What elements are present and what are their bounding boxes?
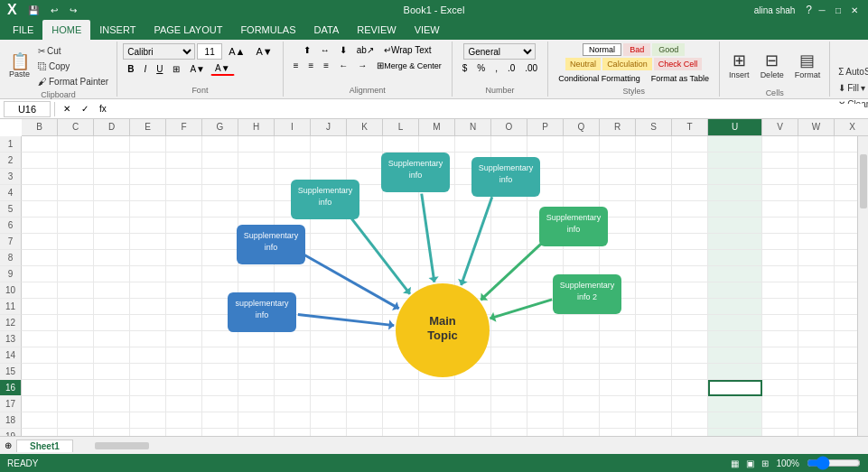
grid-cell[interactable] bbox=[166, 250, 202, 266]
grid-cell[interactable] bbox=[636, 185, 672, 201]
grid-cell[interactable] bbox=[672, 217, 708, 234]
grid-cell[interactable] bbox=[275, 234, 311, 250]
row-number[interactable]: 10 bbox=[0, 282, 22, 299]
grid-cell[interactable] bbox=[22, 266, 58, 282]
grid-cell[interactable] bbox=[238, 315, 275, 331]
grid-cell[interactable] bbox=[835, 412, 857, 429]
grid-cell[interactable] bbox=[708, 364, 762, 380]
grid-cell[interactable] bbox=[383, 217, 419, 234]
align-bottom-button[interactable]: ⬇ bbox=[335, 43, 351, 57]
grid-cell[interactable] bbox=[491, 315, 527, 331]
grid-cell[interactable] bbox=[94, 266, 130, 282]
grid-cell[interactable] bbox=[166, 429, 202, 436]
grid-cell[interactable] bbox=[383, 234, 419, 250]
grid-cell[interactable] bbox=[347, 234, 383, 250]
grid-cell[interactable] bbox=[383, 315, 419, 331]
grid-cell[interactable] bbox=[708, 136, 762, 153]
grid-cell[interactable] bbox=[22, 380, 58, 396]
grid-cell[interactable] bbox=[798, 250, 835, 266]
col-header-n[interactable]: N bbox=[455, 119, 491, 135]
grid-cell[interactable] bbox=[636, 234, 672, 250]
grid-cell[interactable] bbox=[419, 169, 455, 185]
grid-cell[interactable] bbox=[311, 153, 347, 169]
row-number[interactable]: 2 bbox=[0, 153, 22, 169]
grid-cell[interactable] bbox=[708, 153, 762, 169]
grid-cell[interactable] bbox=[311, 136, 347, 153]
tab-view[interactable]: VIEW bbox=[406, 20, 449, 40]
grid-cell[interactable] bbox=[22, 185, 58, 201]
col-header-x[interactable]: X bbox=[835, 119, 868, 135]
grid-cell[interactable] bbox=[600, 396, 636, 412]
col-header-h[interactable]: H bbox=[238, 119, 275, 135]
grid-cell[interactable] bbox=[600, 266, 636, 282]
grid-cell[interactable] bbox=[383, 347, 419, 364]
tab-page-layout[interactable]: PAGE LAYOUT bbox=[145, 20, 231, 40]
col-header-d[interactable]: D bbox=[94, 119, 130, 135]
grid-cell[interactable] bbox=[564, 217, 600, 234]
grid-cell[interactable] bbox=[798, 201, 835, 217]
close-button[interactable]: ✕ bbox=[848, 4, 861, 16]
grid-cell[interactable] bbox=[600, 201, 636, 217]
grid-cell[interactable] bbox=[835, 185, 857, 201]
grid-cell[interactable] bbox=[202, 299, 238, 315]
grid-cell[interactable] bbox=[455, 299, 491, 315]
grid-cell[interactable] bbox=[491, 412, 527, 429]
grid-cell[interactable] bbox=[130, 169, 166, 185]
grid-cell[interactable] bbox=[238, 201, 275, 217]
grid-cell[interactable] bbox=[672, 201, 708, 217]
insert-function-button[interactable]: fx bbox=[95, 102, 111, 116]
calculation-style[interactable]: Calculation bbox=[602, 58, 652, 70]
grid-cell[interactable] bbox=[600, 136, 636, 153]
grid-cell[interactable] bbox=[202, 169, 238, 185]
grid-cell[interactable] bbox=[600, 331, 636, 347]
grid-cell[interactable] bbox=[798, 136, 835, 153]
grid-cell[interactable] bbox=[311, 250, 347, 266]
tab-formulas[interactable]: FORMULAS bbox=[231, 20, 304, 40]
col-header-g[interactable]: G bbox=[202, 119, 238, 135]
grid-cell[interactable] bbox=[166, 169, 202, 185]
conditional-formatting-button[interactable]: Conditional Formatting bbox=[554, 72, 645, 85]
grid-cell[interactable] bbox=[58, 136, 94, 153]
grid-cell[interactable] bbox=[383, 429, 419, 436]
h-scroll-thumb[interactable] bbox=[95, 442, 149, 449]
grid-cell[interactable] bbox=[708, 282, 762, 299]
tab-review[interactable]: REVIEW bbox=[348, 20, 405, 40]
insert-button[interactable]: ⊞ Insert bbox=[725, 43, 753, 87]
font-family-select[interactable]: Calibri bbox=[123, 43, 195, 60]
grid-cell[interactable] bbox=[455, 153, 491, 169]
grid-cell[interactable] bbox=[275, 299, 311, 315]
grid-cell[interactable] bbox=[527, 217, 564, 234]
col-header-u[interactable]: U bbox=[708, 119, 762, 135]
grid-cell[interactable] bbox=[527, 282, 564, 299]
grid-cell[interactable] bbox=[672, 250, 708, 266]
grid-cell[interactable] bbox=[275, 282, 311, 299]
grid-cell[interactable] bbox=[94, 429, 130, 436]
grid-cell[interactable] bbox=[798, 380, 835, 396]
h-scrollbar[interactable] bbox=[73, 442, 868, 449]
grid-cell[interactable] bbox=[275, 412, 311, 429]
grid-cell[interactable] bbox=[94, 169, 130, 185]
grid-cell[interactable] bbox=[202, 217, 238, 234]
grid-cell[interactable] bbox=[22, 429, 58, 436]
grid-cell[interactable] bbox=[708, 299, 762, 315]
cut-button[interactable]: ✂Cut bbox=[35, 43, 111, 58]
decrease-decimal-button[interactable]: .0 bbox=[503, 61, 519, 75]
grid-cell[interactable] bbox=[636, 169, 672, 185]
row-number[interactable]: 12 bbox=[0, 315, 22, 331]
grid-cell[interactable] bbox=[58, 429, 94, 436]
grid-cell[interactable] bbox=[762, 412, 798, 429]
formula-input[interactable] bbox=[115, 104, 864, 115]
grid-cell[interactable] bbox=[762, 331, 798, 347]
grid-cell[interactable] bbox=[419, 282, 455, 299]
grid-cell[interactable] bbox=[383, 331, 419, 347]
grid-cell[interactable] bbox=[130, 299, 166, 315]
grid-cell[interactable] bbox=[94, 136, 130, 153]
grid-cell[interactable] bbox=[130, 266, 166, 282]
vertical-scrollbar[interactable] bbox=[857, 136, 868, 436]
col-header-q[interactable]: Q bbox=[564, 119, 600, 135]
grid-cell[interactable] bbox=[419, 217, 455, 234]
grid-cell[interactable] bbox=[419, 331, 455, 347]
grid-cell[interactable] bbox=[347, 364, 383, 380]
grid-cell[interactable] bbox=[636, 412, 672, 429]
grid-cell[interactable] bbox=[762, 250, 798, 266]
